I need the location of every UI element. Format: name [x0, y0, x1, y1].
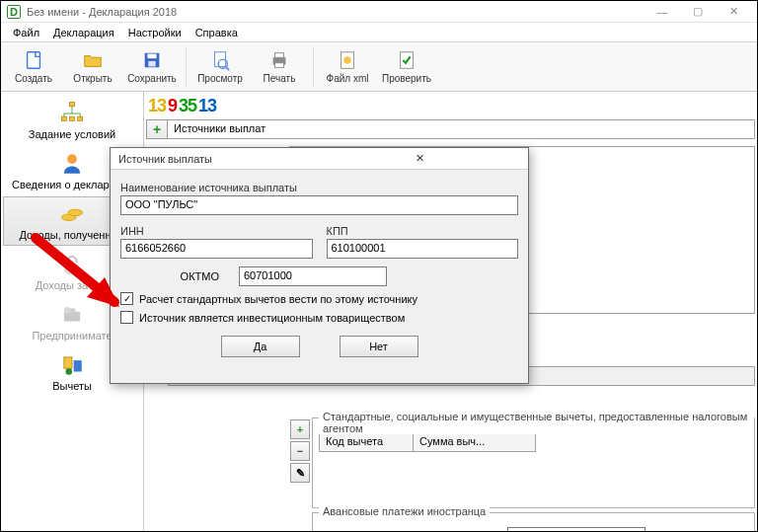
briefcase-icon — [59, 302, 85, 328]
deductions-group: Стандартные, социальные и имущественные … — [312, 418, 755, 508]
svg-point-20 — [64, 264, 80, 274]
print-button[interactable]: Печать — [251, 44, 308, 90]
xml-label: Файл xml — [327, 73, 369, 84]
source-dialog: Источник выплаты ✕ Наименование источник… — [110, 147, 529, 384]
svg-rect-2 — [147, 54, 156, 59]
tax-rate-tabs: 13 9 35 13 — [146, 94, 755, 117]
no-button[interactable]: Нет — [340, 336, 418, 357]
edit-deduction-button[interactable]: ✎ — [290, 463, 310, 483]
name-label: Наименование источника выплаты — [120, 182, 518, 193]
kpp-input[interactable]: 610100001 — [327, 239, 519, 259]
plus-icon: + — [153, 121, 161, 137]
coins-icon — [59, 201, 85, 227]
toolbar: Создать Открыть Сохранить Просмотр Печат… — [1, 42, 757, 92]
bag-icon — [59, 252, 85, 277]
menu-file[interactable]: Файл — [7, 25, 45, 40]
app-icon: D — [7, 5, 21, 19]
create-icon — [23, 49, 44, 71]
svg-rect-13 — [70, 103, 75, 107]
preview-label: Просмотр — [197, 73, 243, 84]
check-button[interactable]: Проверить — [378, 44, 435, 90]
svg-point-19 — [68, 209, 83, 216]
menu-declaration[interactable]: Декларация — [47, 25, 120, 40]
preview-button[interactable]: Просмотр — [191, 44, 249, 90]
toolbar-sep-1 — [186, 47, 187, 87]
investment-label: Источник является инвестиционным товарищ… — [139, 312, 405, 324]
inn-input[interactable]: 6166052660 — [120, 239, 313, 259]
deductions-caption: Стандартные, социальные и имущественные … — [319, 411, 754, 434]
svg-line-6 — [226, 67, 229, 70]
check-icon — [396, 49, 417, 71]
col-code: Код вычета — [320, 433, 414, 451]
inn-label: ИНН — [120, 225, 313, 237]
deduct-icon — [59, 352, 85, 378]
tree-icon — [59, 101, 85, 126]
fixed-pay-input[interactable]: 0 — [507, 527, 645, 531]
open-label: Открыть — [73, 73, 112, 84]
sidebar-label-abroad: Доходы за пре — [36, 279, 110, 291]
deduction-table-header: Код вычета Сумма выч... — [319, 432, 536, 452]
save-button[interactable]: Сохранить — [123, 44, 181, 90]
svg-rect-9 — [274, 63, 283, 68]
save-icon — [141, 49, 163, 71]
toolbar-sep-2 — [313, 47, 314, 87]
add-deduction-button[interactable]: + — [290, 419, 310, 439]
menu-help[interactable]: Справка — [190, 25, 244, 40]
deduction-buttons: + − ✎ — [290, 419, 310, 483]
user-icon — [59, 151, 85, 177]
svg-point-11 — [343, 56, 350, 63]
svg-rect-24 — [64, 357, 72, 368]
check-label: Проверить — [382, 73, 431, 84]
std-deduct-label: Расчет стандартных вычетов вести по этом… — [139, 293, 417, 305]
remove-deduction-button[interactable]: − — [290, 441, 310, 461]
minimize-button[interactable]: — — [644, 1, 680, 23]
window-title: Без имени - Декларация 2018 — [27, 6, 644, 18]
svg-rect-8 — [274, 53, 283, 58]
svg-point-26 — [66, 368, 73, 375]
create-button[interactable]: Создать — [5, 44, 62, 90]
sidebar-label-conditions: Задание условий — [29, 128, 115, 140]
preview-icon — [209, 49, 231, 71]
rate-35[interactable]: 35 — [179, 96, 196, 116]
sidebar-label-deductions: Вычеты — [52, 380, 92, 392]
xml-button[interactable]: Файл xml — [319, 44, 376, 90]
add-source-button[interactable]: + — [146, 119, 168, 139]
open-button[interactable]: Открыть — [64, 44, 121, 90]
maximize-button[interactable]: ▢ — [680, 1, 716, 23]
rate-9[interactable]: 9 — [168, 96, 177, 116]
xml-icon — [337, 49, 358, 71]
rate-13a[interactable]: 13 — [148, 96, 166, 116]
oktmo-label: ОКТМО — [120, 270, 219, 282]
create-label: Создать — [15, 73, 52, 84]
rate-13b[interactable]: 13 — [198, 96, 216, 116]
dialog-title-bar: Источник выплаты ✕ — [111, 148, 528, 170]
sources-header: Источники выплат — [168, 119, 755, 139]
svg-rect-15 — [70, 116, 75, 120]
save-label: Сохранить — [127, 73, 177, 84]
advance-caption: Авансовые платежи иностранца — [319, 505, 490, 517]
print-label: Печать — [264, 73, 296, 84]
menu-settings[interactable]: Настройки — [122, 25, 188, 40]
oktmo-input[interactable]: 60701000 — [239, 266, 387, 286]
kpp-label: КПП — [327, 225, 519, 237]
advance-group: Авансовые платежи иностранца Сумма фикси… — [312, 512, 755, 531]
dialog-title: Источник выплаты — [118, 153, 320, 165]
sidebar-item-conditions[interactable]: Задание условий — [3, 96, 141, 145]
name-input[interactable]: ООО "ПУЛЬС" — [120, 195, 518, 215]
fixed-pay-label: Сумма фиксированных платежей — [319, 530, 488, 531]
menu-bar: Файл Декларация Настройки Справка — [1, 23, 757, 42]
svg-point-17 — [67, 154, 77, 164]
std-deduct-checkbox[interactable] — [120, 292, 133, 305]
investment-checkbox[interactable] — [120, 311, 133, 324]
dialog-close-button[interactable]: ✕ — [320, 152, 521, 165]
window-controls: — ▢ ✕ — [644, 1, 751, 23]
yes-button[interactable]: Да — [221, 336, 300, 357]
print-icon — [268, 49, 290, 71]
sidebar-label-entrepreneur: Предпринимате — [32, 330, 112, 342]
svg-rect-16 — [78, 116, 83, 120]
svg-rect-25 — [74, 360, 82, 371]
close-button[interactable]: ✕ — [716, 1, 751, 23]
col-sum: Сумма выч... — [414, 433, 535, 451]
svg-rect-3 — [148, 61, 155, 66]
svg-rect-14 — [61, 116, 66, 120]
